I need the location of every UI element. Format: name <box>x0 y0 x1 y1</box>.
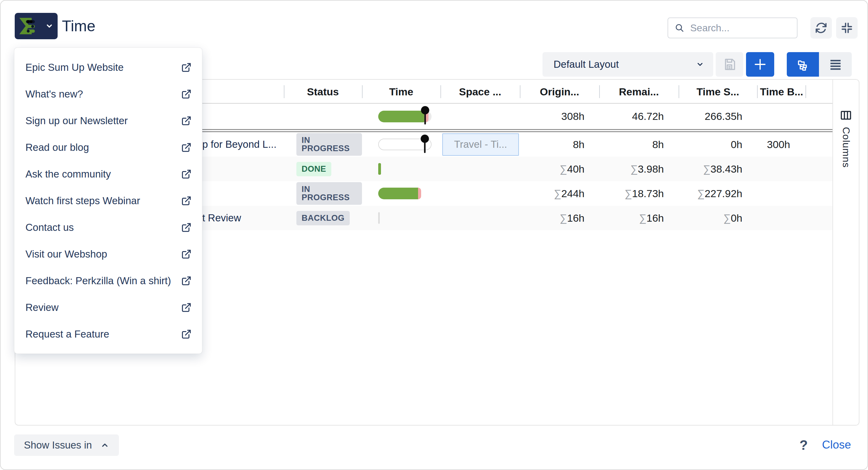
space-field-selected[interactable]: Travel - Ti... <box>442 134 519 156</box>
list-view-button[interactable] <box>819 52 852 77</box>
app-dropdown-menu: Epic Sum Up Website What's new? Sign up … <box>14 48 202 354</box>
menu-item-label: Watch first steps Webinar <box>25 195 140 207</box>
search-input[interactable] <box>690 22 791 34</box>
menu-item-label: Review <box>25 302 59 313</box>
remaining-value: 8h <box>599 139 679 150</box>
chevron-down-icon <box>45 22 53 30</box>
collapse-button[interactable] <box>836 17 858 39</box>
menu-item-label: Sign up our Newsletter <box>25 115 128 127</box>
column-header-time-budget[interactable]: Time B... <box>757 80 806 104</box>
external-link-icon <box>181 302 192 313</box>
status-cell: BACKLOG <box>284 211 362 225</box>
time-progress-cell <box>362 111 440 122</box>
external-link-icon <box>181 222 192 233</box>
time-spent-value: ∑227.92h <box>679 188 757 200</box>
external-link-icon <box>181 249 192 259</box>
time-budget-value: 300h <box>757 139 806 150</box>
time-progress-sliver <box>378 212 380 224</box>
list-icon <box>829 58 842 71</box>
time-progress-bar <box>378 188 421 199</box>
search-icon <box>674 23 685 33</box>
column-header-original-estimate[interactable]: Origin... <box>520 80 599 104</box>
menu-item-contact-us[interactable]: Contact us <box>14 214 202 241</box>
external-link-icon <box>181 196 192 206</box>
close-button[interactable]: Close <box>822 438 851 451</box>
save-icon <box>723 58 736 71</box>
external-link-icon <box>181 275 192 286</box>
plus-icon <box>754 58 767 71</box>
external-link-icon <box>181 169 192 179</box>
menu-item-label: Request a Feature <box>25 328 109 340</box>
status-cell: IN PROGRESS <box>284 133 362 156</box>
menu-item-request-a-feature[interactable]: Request a Feature <box>14 321 202 347</box>
time-progress-cell <box>362 212 440 224</box>
menu-item-feedback-perkzilla[interactable]: Feedback: Perkzilla (Win a shirt) <box>14 267 202 294</box>
show-issues-label: Show Issues in <box>24 439 92 451</box>
external-link-icon <box>181 62 192 73</box>
column-header-time[interactable]: Time <box>362 80 440 104</box>
status-badge: BACKLOG <box>297 211 350 225</box>
time-spent-value: ∑38.43h <box>679 163 757 175</box>
status-cell: IN PROGRESS <box>284 182 362 205</box>
menu-item-label: Ask the community <box>25 168 111 180</box>
chevron-down-icon <box>696 60 704 68</box>
layout-select-value: Default Layout <box>554 59 619 70</box>
column-header-time-spent[interactable]: Time S... <box>679 80 757 104</box>
column-header-space[interactable]: Space ... <box>440 80 520 104</box>
menu-item-label: What's new? <box>25 88 83 100</box>
remaining-value: ∑16h <box>599 212 679 224</box>
add-button[interactable] <box>746 52 774 77</box>
menu-item-label: Feedback: Perkzilla (Win a shirt) <box>25 275 171 287</box>
help-button[interactable]: ? <box>795 436 812 454</box>
menu-item-label: Visit our Webshop <box>25 248 107 260</box>
original-estimate-value: ∑16h <box>520 212 599 224</box>
menu-item-watch-first-steps-webinar[interactable]: Watch first steps Webinar <box>14 187 202 214</box>
menu-item-sign-up-newsletter[interactable]: Sign up our Newsletter <box>14 107 202 134</box>
time-progress-cell <box>362 139 440 150</box>
column-header-remaining[interactable]: Remai... <box>599 80 679 104</box>
external-link-icon <box>181 329 192 340</box>
menu-item-whats-new[interactable]: What's new? <box>14 81 202 107</box>
refresh-button[interactable] <box>810 17 832 39</box>
hierarchy-icon <box>796 58 810 71</box>
refresh-icon <box>815 22 827 34</box>
menu-item-label: Epic Sum Up Website <box>25 62 124 73</box>
overrun-segment <box>418 188 421 199</box>
epic-sum-up-logo-icon <box>18 16 38 36</box>
columns-icon <box>840 109 852 121</box>
original-estimate-value: 8h <box>520 139 599 150</box>
chevron-up-icon <box>100 441 109 449</box>
external-link-icon <box>181 116 192 126</box>
menu-item-ask-the-community[interactable]: Ask the community <box>14 160 202 187</box>
menu-item-label: Contact us <box>25 222 74 233</box>
time-progress-cell <box>362 163 440 175</box>
search-box <box>668 18 798 38</box>
time-marker-pin <box>421 135 429 153</box>
status-badge: DONE <box>297 162 331 176</box>
remaining-value: 46.72h <box>599 110 679 122</box>
hierarchy-view-button[interactable] <box>787 52 819 77</box>
time-spent-value: ∑0h <box>679 212 757 224</box>
original-estimate-value: ∑40h <box>520 163 599 175</box>
app-logo-menu-button[interactable] <box>15 13 58 39</box>
external-link-icon <box>181 89 192 99</box>
column-header-status[interactable]: Status <box>284 80 362 104</box>
time-progress-sliver <box>378 163 381 175</box>
time-dialog: Time Default Layout <box>0 0 868 470</box>
time-progress-bar <box>378 111 432 122</box>
remaining-value: ∑3.98h <box>599 163 679 175</box>
menu-item-visit-our-webshop[interactable]: Visit our Webshop <box>14 241 202 267</box>
menu-item-read-our-blog[interactable]: Read our blog <box>14 134 202 160</box>
show-issues-in-button[interactable]: Show Issues in <box>14 435 119 456</box>
menu-item-epic-sum-up-website[interactable]: Epic Sum Up Website <box>14 54 202 81</box>
columns-sidebar-toggle[interactable]: Columns <box>832 80 859 425</box>
layout-select[interactable]: Default Layout <box>542 52 713 77</box>
time-marker-pin <box>421 106 429 124</box>
menu-item-label: Read our blog <box>25 142 89 153</box>
status-cell: DONE <box>284 162 362 176</box>
save-layout-button[interactable] <box>716 52 743 77</box>
time-spent-value: 0h <box>679 139 757 150</box>
columns-sidebar-label: Columns <box>840 127 852 168</box>
status-badge: IN PROGRESS <box>297 133 362 156</box>
menu-item-review[interactable]: Review <box>14 294 202 321</box>
